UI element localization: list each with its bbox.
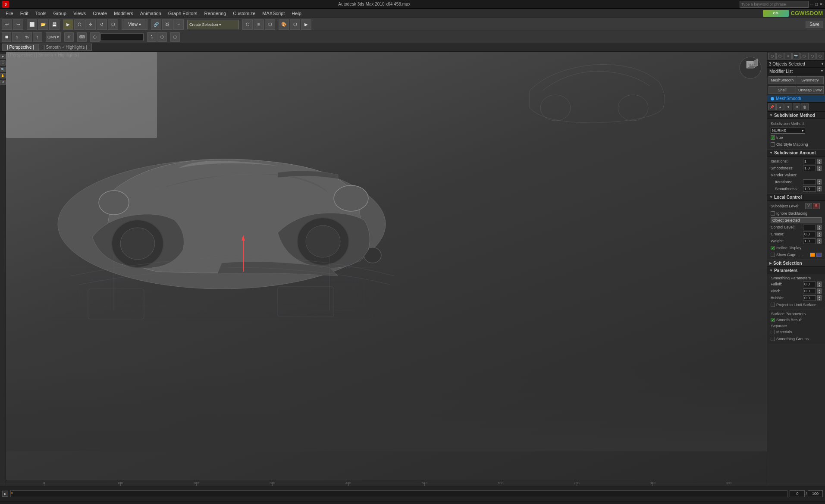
spinner-snap-button[interactable]: ↕	[33, 32, 42, 42]
move-button[interactable]: ✛	[85, 19, 96, 30]
save-button[interactable]: 💾	[49, 19, 60, 30]
shell-btn[interactable]: Shell	[769, 86, 796, 94]
tab-perspective[interactable]: | Perspective |	[2, 44, 39, 51]
falloff-down[interactable]: ▼	[817, 284, 822, 287]
stack-nav-up-btn[interactable]: ▲	[776, 103, 784, 110]
falloff-input[interactable]	[803, 282, 816, 287]
r-iter-down[interactable]: ▼	[817, 182, 822, 185]
cage-color-swatch-blue[interactable]	[816, 253, 822, 257]
timeline-track[interactable]: 0	[10, 490, 787, 497]
viewport[interactable]: TOP | Perspective | | Smooth + Highlight…	[6, 52, 767, 486]
orbit-button[interactable]: ↺	[0, 80, 6, 85]
materials-checkbox[interactable]	[771, 330, 775, 334]
iterations-input[interactable]	[803, 159, 816, 164]
local-control-section[interactable]: ▼ Local Control	[767, 194, 825, 201]
menu-help[interactable]: Help	[288, 10, 305, 17]
stack-pin-btn[interactable]: 📌	[768, 103, 776, 110]
dope-sheet-button[interactable]: ⬡	[157, 32, 167, 42]
ignore-backfacing-checkbox[interactable]	[771, 211, 775, 216]
menu-file[interactable]: File	[2, 10, 17, 17]
menu-animation[interactable]: Animation	[137, 10, 165, 17]
weight-input[interactable]	[803, 238, 816, 244]
smoothness-input[interactable]	[803, 166, 816, 171]
subdiv-method-dropdown[interactable]: NURMS ▾	[771, 128, 805, 134]
reference-coord-dropdown[interactable]: View ▾	[122, 19, 147, 30]
curve-editor-button[interactable]: ⤵	[147, 32, 157, 42]
new-scene-button[interactable]: ⬜	[27, 19, 37, 30]
falloff-spinner[interactable]: ▲ ▼	[817, 282, 822, 287]
cl-down[interactable]: ▼	[817, 227, 822, 230]
smoothing-groups-checkbox[interactable]	[771, 337, 775, 341]
lights-icon-btn[interactable]: ☀	[784, 53, 792, 59]
iterations-spinner[interactable]: ▲ ▼	[817, 159, 822, 164]
minimize-button[interactable]: ─	[810, 2, 813, 6]
cage-color-swatch-orange[interactable]	[810, 253, 815, 257]
align-button[interactable]: ≡	[254, 19, 264, 30]
symmetry-btn[interactable]: Symmetry	[797, 76, 824, 84]
total-frames-input[interactable]	[808, 490, 823, 497]
material-editor-button[interactable]: 🎨	[279, 19, 289, 30]
shapes-icon-btn[interactable]: ⬡	[776, 53, 784, 59]
iterations-down[interactable]: ▼	[817, 161, 822, 164]
menu-maxscript[interactable]: MAXScript	[259, 10, 288, 17]
bubble-input[interactable]	[803, 295, 816, 301]
render-smoothness-input[interactable]	[803, 186, 816, 192]
crease-input[interactable]	[803, 232, 816, 237]
schematic-view-button[interactable]: ⬡	[170, 32, 180, 42]
named-selection-input[interactable]	[100, 33, 144, 41]
subdivision-method-section[interactable]: ▼ Subdivision Method	[767, 112, 825, 119]
render-iterations-spinner[interactable]: ▲ ▼	[817, 179, 822, 185]
menu-tools[interactable]: Tools	[32, 10, 50, 17]
r-smooth-down[interactable]: ▼	[817, 189, 822, 191]
stack-configure-btn[interactable]: ⚙	[793, 103, 800, 110]
timeline-play-btn[interactable]: ▶	[2, 491, 8, 497]
menu-views[interactable]: Views	[70, 10, 89, 17]
select-object-button[interactable]: ▶	[0, 54, 6, 59]
close-button[interactable]: ✕	[819, 2, 823, 6]
render-iterations-input[interactable]	[803, 179, 816, 185]
project-limit-checkbox[interactable]	[771, 303, 775, 307]
unlink-button[interactable]: ⛓	[162, 19, 173, 30]
quad-menu-button[interactable]: QMn ▾	[46, 32, 61, 42]
subdivision-amount-section[interactable]: ▼ Subdivision Amount	[767, 149, 825, 157]
select-region-button[interactable]: ⬡	[74, 19, 85, 30]
select-region-left-button[interactable]: ⬡	[0, 60, 6, 66]
named-selection-button[interactable]: ⬡	[90, 32, 100, 42]
cameras-icon-btn[interactable]: 📷	[792, 53, 800, 59]
angle-snap-button[interactable]: ⍉	[12, 32, 22, 42]
percent-snap-button[interactable]: %	[22, 32, 32, 42]
tab-smooth-highlights[interactable]: | Smooth + Highlights |	[39, 44, 92, 51]
bind-space-warp[interactable]: ~	[173, 19, 184, 30]
meshsmooth-stack-item[interactable]: MeshSmooth	[767, 95, 825, 102]
maximize-button[interactable]: □	[815, 2, 818, 6]
keyboard-shortcut-button[interactable]: ⌨	[77, 32, 87, 42]
menu-modifiers[interactable]: Modifiers	[110, 10, 137, 17]
open-button[interactable]: 📂	[38, 19, 48, 30]
geometry-icon-btn[interactable]: ⬡	[768, 53, 776, 59]
save-button-right[interactable]: Save	[806, 21, 823, 28]
current-frame-input[interactable]	[790, 490, 805, 497]
viewport-nav-gizmo[interactable]: TOP	[739, 56, 762, 80]
pinch-down[interactable]: ▼	[817, 291, 822, 294]
crease-spinner[interactable]: ▲ ▼	[817, 232, 822, 237]
stack-nav-down-btn[interactable]: ▼	[784, 103, 792, 110]
zoom-button[interactable]: 🔍	[0, 67, 6, 72]
meshsmooth-btn[interactable]: MeshSmooth	[769, 76, 796, 84]
bubble-spinner[interactable]: ▲ ▼	[817, 295, 822, 301]
control-level-spinner[interactable]: ▲ ▼	[817, 225, 822, 230]
spacewarps-icon-btn[interactable]: ⬡	[808, 53, 816, 59]
isoline-display-checkbox[interactable]	[771, 246, 775, 250]
quick-render-button[interactable]: ▶	[301, 19, 311, 30]
crease-down[interactable]: ▼	[817, 234, 822, 237]
systems-icon-btn[interactable]: ⬡	[816, 53, 824, 59]
search-input[interactable]	[740, 1, 809, 8]
snap-button[interactable]: 🔲	[2, 32, 11, 42]
menu-create[interactable]: Create	[89, 10, 110, 17]
show-cage-checkbox[interactable]	[771, 253, 775, 257]
perspective-label[interactable]: | Perspective |	[8, 53, 35, 57]
edge-btn[interactable]: E	[813, 203, 820, 209]
mirror-button[interactable]: ⬡	[242, 19, 253, 30]
create-selection-dropdown[interactable]: Create Selection ▾	[187, 20, 239, 29]
smoothness-down[interactable]: ▼	[817, 168, 822, 171]
rotate-button[interactable]: ↺	[97, 19, 107, 30]
